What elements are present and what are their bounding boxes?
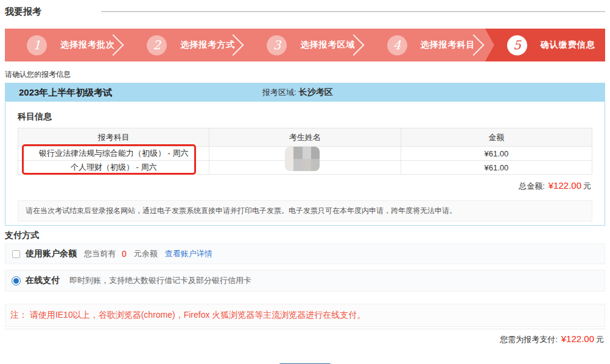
total-amount-line: 总金额:¥122.00元 [18, 180, 592, 192]
region-label: 报考区域: [262, 88, 296, 97]
step-number-badge: 2 [147, 35, 167, 55]
browser-requirement-note: 注： 请使用IE10以上，谷歌浏览器(chrome)，Firefox 火狐浏览器… [5, 304, 605, 327]
payment-due-unit: 元 [596, 335, 604, 344]
step-number-badge: 3 [267, 35, 287, 55]
subject-cell: 个人理财（初级） - 周六 [18, 161, 209, 175]
col-header-subject: 报考科目 [18, 128, 209, 147]
wizard-step-1[interactable]: 1 选择报考批次 [5, 29, 125, 61]
step-number-badge: 5 [507, 35, 527, 55]
payment-section-title: 支付方式 [5, 230, 605, 241]
step-number-badge: 4 [387, 35, 407, 55]
payment-due-line: 您需为报考支付:¥122.00元 [5, 329, 605, 345]
balance-checkbox[interactable] [12, 250, 20, 258]
exam-panel-header: 2023年上半年初级考试 报考区域:长沙考区 [5, 83, 605, 102]
chevron-right-icon [463, 34, 484, 55]
online-pay-description: 即时到账，支持绝大数银行借记卡及部分银行信用卡 [69, 275, 251, 286]
wizard-step-2[interactable]: 2 选择报考方式 [125, 29, 245, 61]
region-value: 长沙考区 [299, 87, 333, 97]
total-unit: 元 [583, 181, 591, 191]
radio-dot [13, 278, 19, 284]
balance-amount: 0 [122, 249, 127, 259]
online-pay-radio-selected[interactable] [12, 276, 21, 285]
wizard-step-5-active[interactable]: 5 确认缴费信息 [485, 29, 605, 61]
chevron-right-icon [103, 34, 124, 55]
online-payment-option: 在线支付 即时到账，支持绝大数银行借记卡及部分银行信用卡 [5, 270, 605, 292]
invoice-notice: 请在当次考试结束后登录报名网站，通过电子发票系统直接申请并打印电子发票。电子发票… [18, 200, 592, 222]
censored-name-mosaic [285, 147, 320, 171]
step-label: 确认缴费信息 [541, 40, 595, 51]
exam-region: 报考区域:长沙考区 [262, 87, 333, 98]
confirm-info-hint: 请确认您的报考信息 [5, 69, 605, 80]
col-header-amount: 金额 [401, 128, 592, 147]
subject-section-title: 科目信息 [18, 111, 592, 122]
col-header-name: 考生姓名 [209, 128, 401, 147]
title-divider [101, 11, 605, 12]
balance-label: 使用账户余额 [26, 248, 77, 259]
online-pay-label: 在线支付 [26, 275, 60, 286]
chevron-right-icon [223, 34, 244, 55]
exam-payment-page: 我要报考 1 选择报考批次 2 选择报考方式 3 选择报考区域 4 选择报考科目… [0, 0, 610, 364]
payment-due-label: 您需为报考支付: [500, 335, 558, 344]
wizard-steps: 1 选择报考批次 2 选择报考方式 3 选择报考区域 4 选择报考科目 5 确认… [5, 29, 605, 61]
wizard-step-4[interactable]: 4 选择报考科目 [365, 29, 485, 61]
step-number-badge: 1 [27, 35, 47, 55]
exam-info-panel: 2023年上半年初级考试 报考区域:长沙考区 科目信息 报考科目 考生姓名 金额 [5, 83, 605, 226]
total-label: 总金额: [519, 181, 545, 191]
exam-title: 2023年上半年初级考试 [19, 87, 112, 99]
page-title: 我要报考 [5, 6, 41, 18]
balance-suffix: 元余额 [134, 248, 158, 259]
subject-cell: 银行业法律法规与综合能力（初级） - 周六 [18, 147, 209, 161]
total-amount: ¥122.00 [549, 180, 581, 191]
chevron-right-icon [343, 34, 364, 55]
subject-table-wrap: 报考科目 考生姓名 金额 银行业法律法规与综合能力（初级） - 周六 ¥61.0… [18, 128, 592, 175]
balance-payment-option: 使用账户余额 您当前有 0 元余额 查看账户详情 [5, 243, 605, 264]
page-header: 我要报考 [5, 5, 605, 18]
wizard-step-3[interactable]: 3 选择报考区域 [245, 29, 365, 61]
amount-cell: ¥61.00 [401, 161, 592, 175]
amount-cell: ¥61.00 [401, 147, 592, 161]
table-header-row: 报考科目 考生姓名 金额 [18, 128, 592, 147]
exam-panel-body: 科目信息 报考科目 考生姓名 金额 银行业法律法规与综合能力（初级） - 周六 [5, 111, 605, 225]
payment-due-amount: ¥122.00 [561, 334, 594, 344]
view-account-link[interactable]: 查看账户详情 [165, 248, 212, 259]
balance-prefix: 您当前有 [84, 248, 116, 259]
